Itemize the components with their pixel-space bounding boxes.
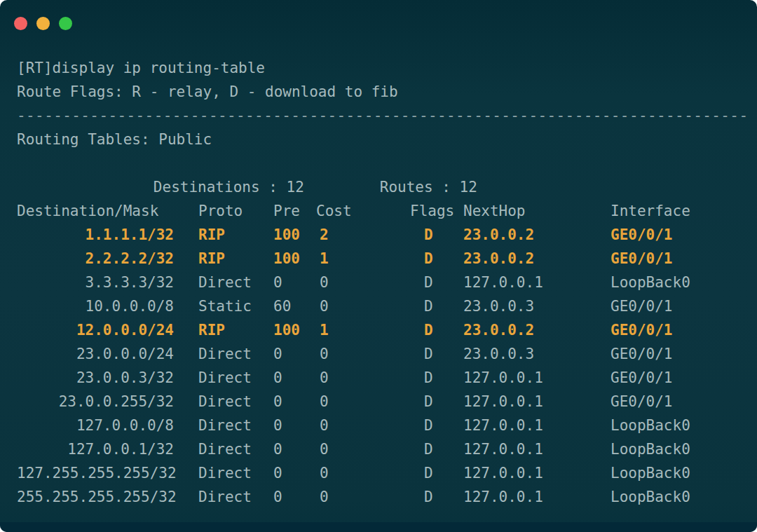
cell-pre: 0: [273, 485, 316, 509]
cell-nexthop: 127.0.0.1: [463, 390, 611, 414]
counts-line: Destinations : 12Routes : 12: [17, 151, 740, 175]
cell-nexthop: 23.0.0.2: [463, 223, 611, 247]
table-row: 10.0.0.0/8 Static 60 0 D 23.0.0.3 GE0/0/…: [17, 294, 740, 318]
cell-cost: 0: [316, 342, 410, 366]
cell-proto: Direct: [198, 414, 273, 437]
cell-flags: D: [410, 342, 463, 366]
cell-destination-mask: 23.0.0.3/32: [17, 366, 198, 390]
cell-flags: D: [410, 414, 463, 437]
cell-destination-mask: 127.255.255.255/32: [17, 461, 198, 485]
cell-cost: 0: [316, 271, 410, 294]
cell-flags: D: [410, 247, 463, 271]
terminal-screen[interactable]: [RT]display ip routing-table Route Flags…: [0, 46, 757, 509]
table-row: 1.1.1.1/32 RIP 100 2 D 23.0.0.2 GE0/0/1: [17, 223, 740, 247]
table-row: 23.0.0.3/32 Direct 0 0 D 127.0.0.1 GE0/0…: [17, 366, 740, 390]
window-footer-strip: [0, 522, 757, 532]
cell-pre: 0: [273, 414, 316, 437]
cell-destination-mask: 12.0.0.0/24: [17, 318, 198, 342]
cell-destination-mask: 2.2.2.2/32: [17, 247, 198, 271]
cell-flags: D: [410, 437, 463, 461]
cell-proto: Direct: [198, 390, 273, 414]
cell-pre: 0: [273, 271, 316, 294]
destinations-count: Destinations : 12: [154, 179, 304, 196]
cell-interface: GE0/0/1: [611, 247, 740, 271]
cell-flags: D: [410, 318, 463, 342]
cell-interface: LoopBack0: [611, 461, 740, 485]
cell-cost: 0: [316, 437, 410, 461]
cell-proto: Direct: [198, 485, 273, 509]
cell-proto: Direct: [198, 461, 273, 485]
cell-pre: 0: [273, 461, 316, 485]
cell-cost: 0: [316, 366, 410, 390]
table-row: 23.0.0.0/24 Direct 0 0 D 23.0.0.3 GE0/0/…: [17, 342, 740, 366]
cell-interface: LoopBack0: [611, 414, 740, 437]
cell-proto: RIP: [198, 247, 273, 271]
cell-nexthop: 23.0.0.3: [463, 294, 611, 318]
routing-tables-line: Routing Tables: Public: [17, 128, 740, 151]
cell-destination-mask: 1.1.1.1/32: [17, 223, 198, 247]
cell-flags: D: [410, 485, 463, 509]
cell-proto: Direct: [198, 366, 273, 390]
table-row: 23.0.0.255/32 Direct 0 0 D 127.0.0.1 GE0…: [17, 390, 740, 414]
routes-count: Routes : 12: [380, 179, 477, 196]
cell-pre: 100: [273, 247, 316, 271]
table-row: 127.0.0.0/8 Direct 0 0 D 127.0.0.1 LoopB…: [17, 414, 740, 437]
header-cost: Cost: [316, 199, 410, 223]
cell-cost: 0: [316, 414, 410, 437]
table-header-row: Destination/Mask Proto Pre Cost Flags Ne…: [17, 199, 740, 223]
cell-flags: D: [410, 223, 463, 247]
cell-flags: D: [410, 366, 463, 390]
cell-nexthop: 127.0.0.1: [463, 366, 611, 390]
cell-interface: GE0/0/1: [611, 318, 740, 342]
cell-pre: 0: [273, 437, 316, 461]
maximize-button[interactable]: [59, 17, 72, 30]
terminal-window: [RT]display ip routing-table Route Flags…: [0, 0, 757, 532]
cell-cost: 2: [316, 223, 410, 247]
cell-nexthop: 23.0.0.3: [463, 342, 611, 366]
cell-nexthop: 23.0.0.2: [463, 247, 611, 271]
cell-proto: RIP: [198, 223, 273, 247]
cell-proto: Direct: [198, 271, 273, 294]
cell-flags: D: [410, 271, 463, 294]
cell-destination-mask: 10.0.0.0/8: [17, 294, 198, 318]
cell-cost: 0: [316, 390, 410, 414]
header-proto: Proto: [198, 199, 273, 223]
table-row: 127.0.0.1/32 Direct 0 0 D 127.0.0.1 Loop…: [17, 437, 740, 461]
cell-interface: LoopBack0: [611, 437, 740, 461]
window-titlebar: [0, 0, 757, 46]
cell-nexthop: 127.0.0.1: [463, 437, 611, 461]
header-flags: Flags: [410, 199, 463, 223]
minimize-button[interactable]: [36, 17, 50, 30]
command-line: [RT]display ip routing-table: [17, 56, 740, 80]
cell-interface: GE0/0/1: [611, 294, 740, 318]
cell-destination-mask: 3.3.3.3/32: [17, 271, 198, 294]
cell-pre: 0: [273, 342, 316, 366]
cell-pre: 100: [273, 318, 316, 342]
cell-proto: RIP: [198, 318, 273, 342]
cell-cost: 1: [316, 247, 410, 271]
header-nexthop: NextHop: [463, 199, 611, 223]
cell-interface: GE0/0/1: [611, 390, 740, 414]
cell-pre: 0: [273, 390, 316, 414]
cell-proto: Static: [198, 294, 273, 318]
cell-interface: GE0/0/1: [611, 366, 740, 390]
cell-flags: D: [410, 294, 463, 318]
cell-nexthop: 127.0.0.1: [463, 485, 611, 509]
table-row: 3.3.3.3/32 Direct 0 0 D 127.0.0.1 LoopBa…: [17, 271, 740, 294]
table-row: 255.255.255.255/32 Direct 0 0 D 127.0.0.…: [17, 485, 740, 509]
close-button[interactable]: [14, 17, 27, 30]
cell-flags: D: [410, 390, 463, 414]
cell-flags: D: [410, 461, 463, 485]
cell-destination-mask: 23.0.0.0/24: [17, 342, 198, 366]
cell-nexthop: 127.0.0.1: [463, 271, 611, 294]
header-pre: Pre: [273, 199, 316, 223]
cell-nexthop: 127.0.0.1: [463, 461, 611, 485]
cell-cost: 0: [316, 461, 410, 485]
cell-cost: 1: [316, 318, 410, 342]
cell-destination-mask: 127.0.0.1/32: [17, 437, 198, 461]
cell-nexthop: 127.0.0.1: [463, 414, 611, 437]
cell-interface: LoopBack0: [611, 271, 740, 294]
route-flags-line: Route Flags: R - relay, D - download to …: [17, 80, 740, 104]
cell-proto: Direct: [198, 437, 273, 461]
cell-pre: 0: [273, 366, 316, 390]
